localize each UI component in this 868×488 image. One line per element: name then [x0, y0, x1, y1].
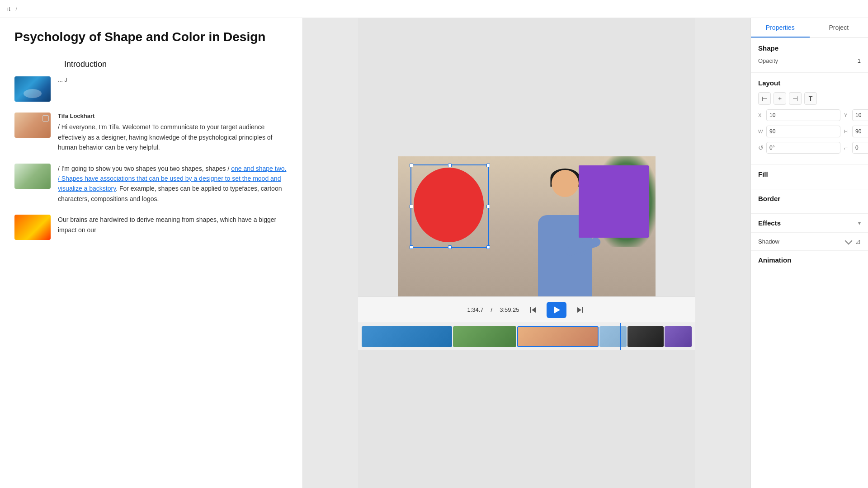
animation-section: Animation	[751, 251, 868, 275]
y-field: Y	[844, 109, 868, 121]
opacity-row: Opacity 1	[758, 57, 861, 64]
speaker-name-tifa: Tifa Lockhart	[58, 113, 288, 119]
transcript-entry-2: Tifa Lockhart / Hi everyone, I'm Tifa. W…	[14, 113, 288, 152]
opacity-value: 1	[858, 57, 861, 64]
section-introduction: Introduction	[64, 60, 288, 69]
skip-forward-button[interactable]	[574, 304, 586, 316]
handle-bottom-mid[interactable]	[448, 245, 452, 249]
transcript-text-3: / I'm going to show you two shapes you t…	[58, 164, 288, 204]
w-input[interactable]	[766, 126, 840, 137]
play-icon	[554, 306, 560, 314]
handle-top-mid[interactable]	[448, 164, 452, 167]
selection-box	[410, 164, 489, 248]
play-button[interactable]	[547, 302, 566, 318]
svg-rect-2	[582, 307, 583, 313]
presentation-title: Psychology of Shape and Color in Design	[14, 29, 288, 45]
layout-section-title: Layout	[758, 79, 861, 87]
timeline-thumb-1[interactable]	[362, 326, 452, 347]
rotate-input[interactable]	[766, 142, 840, 154]
breadcrumb-slash: /	[16, 5, 18, 12]
fill-section-title: Fill	[758, 170, 861, 178]
entry-content-2: Tifa Lockhart / Hi everyone, I'm Tifa. W…	[58, 113, 288, 152]
effects-expand-icon: ▾	[858, 220, 861, 226]
timestamp-1: ... J	[58, 76, 67, 83]
w-field: W	[758, 126, 840, 137]
properties-panel: Properties Project Shape Opacity 1 Layou…	[750, 18, 868, 488]
entry-content-3: / I'm going to show you two shapes you t…	[58, 164, 288, 204]
playback-bar: 1:34.7 / 3:59.25	[358, 296, 695, 323]
thumbnail-fire	[14, 215, 51, 240]
handle-mid-right[interactable]	[486, 205, 490, 208]
x-field: X	[758, 109, 840, 121]
timeline-area	[358, 323, 695, 350]
effects-section-header[interactable]: Effects ▾	[751, 214, 868, 233]
timeline-thumb-5[interactable]	[627, 326, 664, 347]
tab-properties[interactable]: Properties	[751, 18, 810, 38]
shape-section-title: Shape	[758, 44, 861, 52]
handle-top-right[interactable]	[486, 164, 490, 167]
text-align-button[interactable]: T	[804, 92, 817, 105]
shadow-chevron-icon[interactable]	[845, 237, 853, 244]
corner-input[interactable]	[852, 142, 868, 154]
transcript-text-4: Our brains are hardwired to derive meani…	[58, 215, 288, 235]
x-label: X	[758, 113, 764, 118]
shadow-row: Shadow ⊿	[751, 233, 868, 251]
align-center-button[interactable]: +	[774, 92, 786, 105]
timeline-playhead	[620, 323, 621, 350]
highlight-text: one and shape two. / Shapes have associa…	[58, 165, 286, 192]
h-input[interactable]	[852, 126, 868, 137]
thumbnail-presenter2	[14, 164, 51, 189]
main-area: Psychology of Shape and Color in Design …	[0, 18, 868, 488]
timeline-thumb-2[interactable]	[453, 326, 516, 347]
skip-back-button[interactable]	[527, 304, 539, 316]
align-left-button[interactable]: ⊢	[758, 92, 771, 105]
transcript-panel: Psychology of Shape and Color in Design …	[0, 18, 303, 488]
video-container	[398, 156, 656, 296]
opacity-label: Opacity	[758, 57, 854, 64]
transcript-entry-4: Our brains are hardwired to derive meani…	[14, 215, 288, 240]
layout-tools: ⊢ + ⊣ T	[758, 92, 861, 105]
skip-forward-icon	[576, 305, 585, 314]
thumbnail-swimming	[14, 76, 51, 102]
transcript-entry-1: ... J	[14, 76, 288, 102]
entry-checkbox[interactable]	[42, 115, 49, 122]
svg-marker-3	[577, 307, 581, 313]
handle-bottom-left[interactable]	[410, 245, 413, 249]
purple-rectangle-shape[interactable]	[579, 165, 649, 238]
xy-row: X Y	[758, 109, 861, 121]
timeline-thumb-4[interactable]	[599, 326, 627, 347]
timeline-thumb-6[interactable]	[665, 326, 692, 347]
entry-content-4: Our brains are hardwired to derive meani…	[58, 215, 288, 240]
handle-bottom-right[interactable]	[486, 245, 490, 249]
current-time: 1:34.7	[467, 306, 483, 313]
transcript-entry-3: / I'm going to show you two shapes you t…	[14, 164, 288, 204]
tab-project[interactable]: Project	[810, 18, 868, 38]
shape-section: Shape Opacity 1	[751, 38, 868, 73]
corner-label: ⌐	[844, 144, 850, 151]
border-section-title: Border	[758, 195, 861, 202]
x-input[interactable]	[766, 109, 840, 121]
shadow-adjust-icon[interactable]: ⊿	[855, 237, 861, 246]
shadow-controls: ⊿	[846, 237, 861, 246]
wh-row: W H	[758, 126, 861, 137]
svg-marker-1	[532, 307, 536, 313]
timeline-thumb-3-selected[interactable]	[517, 326, 599, 347]
skip-back-icon	[528, 305, 538, 314]
y-label: Y	[844, 113, 850, 118]
handle-top-left[interactable]	[410, 164, 413, 167]
shadow-label: Shadow	[758, 238, 779, 245]
time-separator: /	[491, 306, 493, 313]
y-input[interactable]	[852, 109, 868, 121]
border-section: Border	[751, 189, 868, 214]
video-panel: 1:34.7 / 3:59.25	[303, 18, 750, 488]
transcript-text-2: / Hi everyone, I'm Tifa. Welcome! To com…	[58, 122, 288, 152]
thumbnail-presenter	[14, 113, 51, 138]
handle-mid-left[interactable]	[410, 205, 413, 208]
rotate-label: ↺	[758, 144, 764, 151]
h-label: H	[844, 129, 850, 134]
rotate-corner-row: ↺ ⌐	[758, 142, 861, 154]
panel-tabs: Properties Project	[751, 18, 868, 38]
align-right-button[interactable]: ⊣	[789, 92, 802, 105]
video-wrapper: 1:34.7 / 3:59.25	[358, 18, 695, 488]
w-label: W	[758, 129, 764, 134]
